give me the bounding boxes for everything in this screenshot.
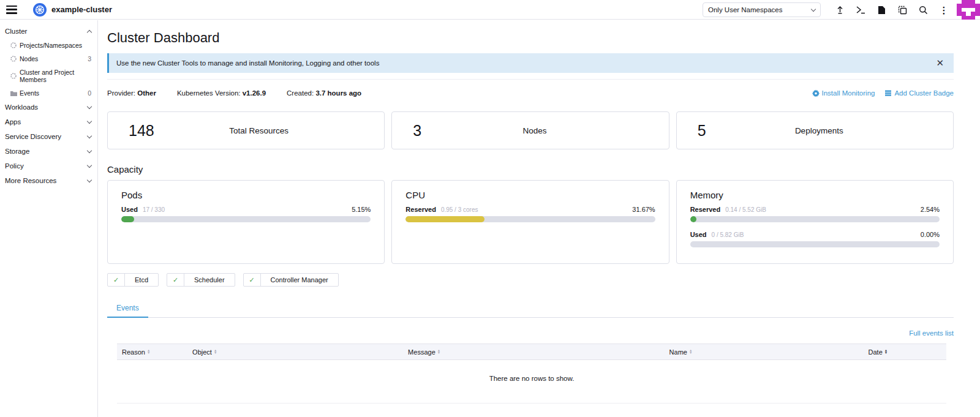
hamburger-menu-icon[interactable] bbox=[6, 6, 17, 14]
top-nav: example-cluster Only User Namespaces ⋮ bbox=[0, 0, 980, 20]
sidebar-group-label: Workloads bbox=[5, 103, 88, 111]
capacity-card-title: CPU bbox=[405, 190, 655, 200]
progress-bar bbox=[690, 216, 940, 222]
stat-label: Total Resources bbox=[154, 126, 364, 135]
members-icon bbox=[10, 72, 17, 80]
column-label: Message bbox=[408, 348, 435, 356]
cluster-name: example-cluster bbox=[51, 5, 112, 14]
search-icon[interactable] bbox=[913, 0, 933, 20]
chevron-up-icon bbox=[87, 29, 92, 34]
sidebar-item-cluster-members[interactable]: Cluster and Project Members bbox=[0, 66, 97, 86]
sidebar-item-label: Events bbox=[20, 89, 88, 97]
sidebar-item-count: 3 bbox=[88, 55, 91, 62]
sort-icon: ▲▼ bbox=[689, 350, 692, 353]
sidebar-item-projects-namespaces[interactable]: Projects/Namespaces bbox=[0, 39, 97, 52]
stat-card-total-resources: 148 Total Resources bbox=[107, 111, 385, 149]
column-header-object[interactable]: Object▲▼ bbox=[187, 348, 403, 356]
capacity-card-memory: Memory Reserved 0.14 / 5.52 GiB 2.54% Us… bbox=[676, 180, 954, 264]
close-icon[interactable]: ✕ bbox=[933, 58, 946, 69]
sort-icon: ▲▼ bbox=[437, 350, 440, 353]
download-kubeconfig-icon[interactable] bbox=[871, 0, 892, 20]
sidebar-group-service-discovery[interactable]: Service Discovery bbox=[0, 129, 97, 144]
namespace-filter-value: Only User Namespaces bbox=[708, 6, 812, 13]
full-events-list-link[interactable]: Full events list bbox=[909, 329, 954, 337]
kebab-menu-icon[interactable]: ⋮ bbox=[933, 0, 954, 20]
banner-message: Use the new Cluster Tools to manage and … bbox=[116, 59, 933, 67]
check-icon: ✓ bbox=[244, 274, 261, 286]
column-label: Date bbox=[869, 348, 883, 356]
badge-icon bbox=[884, 89, 892, 97]
sidebar-item-label: Nodes bbox=[20, 55, 88, 62]
chevron-down-icon bbox=[87, 118, 92, 123]
badge-etcd: ✓ Etcd bbox=[107, 273, 159, 287]
sidebar-item-nodes[interactable]: Nodes 3 bbox=[0, 52, 97, 66]
gauge-fraction: 0.95 / 3 cores bbox=[441, 206, 478, 213]
kubectl-shell-icon[interactable] bbox=[850, 0, 871, 20]
gauge-cpu-reserved: Reserved 0.95 / 3 cores 31.67% bbox=[405, 206, 655, 222]
gauge-percent: 5.15% bbox=[352, 206, 371, 213]
install-monitoring-link[interactable]: Install Monitoring bbox=[812, 89, 875, 97]
capacity-cards: Pods Used 17 / 330 5.15% CPU Reserved 0.… bbox=[107, 180, 954, 264]
provider-label: Provider: bbox=[107, 89, 135, 97]
sort-icon: ▲▼ bbox=[147, 350, 150, 353]
column-header-reason[interactable]: Reason▲▼ bbox=[117, 348, 187, 356]
import-yaml-icon[interactable] bbox=[829, 0, 850, 20]
badge-scheduler: ✓ Scheduler bbox=[167, 273, 235, 287]
add-cluster-badge-link[interactable]: Add Cluster Badge bbox=[884, 89, 954, 97]
sidebar-item-events[interactable]: Events 0 bbox=[0, 86, 97, 100]
capacity-card-cpu: CPU Reserved 0.95 / 3 cores 31.67% bbox=[391, 180, 669, 264]
column-header-name[interactable]: Name▲▼ bbox=[665, 348, 864, 356]
badge-label: Etcd bbox=[125, 274, 158, 286]
sidebar-group-more-resources[interactable]: More Resources bbox=[0, 173, 97, 188]
copy-kubeconfig-icon[interactable] bbox=[892, 0, 913, 20]
stat-value: 3 bbox=[413, 122, 421, 140]
stat-label: Nodes bbox=[421, 126, 647, 135]
capacity-heading: Capacity bbox=[107, 164, 954, 175]
stat-card-deployments: 5 Deployments bbox=[676, 111, 954, 149]
column-label: Reason bbox=[122, 348, 145, 356]
sidebar-group-storage[interactable]: Storage bbox=[0, 144, 97, 159]
cluster-tools-banner: Use the new Cluster Tools to manage and … bbox=[107, 53, 954, 73]
created-label: Created: bbox=[287, 89, 314, 97]
k8s-version-value: v1.26.9 bbox=[243, 89, 266, 97]
tab-events[interactable]: Events bbox=[107, 300, 148, 318]
sidebar-group-apps[interactable]: Apps bbox=[0, 115, 97, 129]
events-table: Reason▲▼ Object▲▼ Message▲▼ Name▲▼ Date▲… bbox=[117, 344, 946, 404]
sidebar-group-workloads[interactable]: Workloads bbox=[0, 100, 97, 115]
stat-value: 5 bbox=[698, 122, 706, 140]
sidebar-group-label: More Resources bbox=[5, 177, 88, 184]
add-cluster-badge-label: Add Cluster Badge bbox=[894, 89, 954, 97]
column-label: Object bbox=[192, 348, 212, 356]
k8s-version-label: Kubernetes Version: bbox=[177, 89, 241, 97]
badge-controller-manager: ✓ Controller Manager bbox=[243, 273, 339, 287]
gauge-percent: 31.67% bbox=[632, 206, 655, 213]
gauge-percent: 2.54% bbox=[921, 206, 940, 213]
namespace-filter-select[interactable]: Only User Namespaces bbox=[703, 2, 821, 17]
sidebar-group-label: Cluster bbox=[5, 28, 88, 35]
kubernetes-logo-icon bbox=[33, 3, 47, 17]
user-avatar[interactable] bbox=[957, 0, 980, 20]
column-header-message[interactable]: Message▲▼ bbox=[403, 348, 665, 356]
sidebar-group-policy[interactable]: Policy bbox=[0, 159, 97, 173]
check-icon: ✓ bbox=[167, 274, 184, 286]
gauge-label: Used bbox=[121, 206, 138, 213]
sort-icon: ▲▼ bbox=[214, 350, 217, 353]
gauge-label: Reserved bbox=[405, 206, 436, 213]
chevron-down-icon bbox=[87, 103, 92, 108]
check-icon: ✓ bbox=[108, 274, 125, 286]
chevron-down-icon bbox=[87, 162, 92, 167]
sidebar-group-cluster[interactable]: Cluster bbox=[0, 24, 97, 39]
divider bbox=[107, 79, 954, 80]
column-header-date[interactable]: Date▲▼ bbox=[864, 348, 946, 356]
stat-card-nodes: 3 Nodes bbox=[391, 111, 669, 149]
gauge-memory-used: Used 0 / 5.82 GiB 0.00% bbox=[690, 231, 940, 247]
stat-value: 148 bbox=[129, 122, 154, 140]
gauge-pods-used: Used 17 / 330 5.15% bbox=[121, 206, 371, 222]
sidebar-item-count: 0 bbox=[88, 89, 91, 97]
sort-icon: ▲▼ bbox=[884, 350, 888, 353]
gauge-label: Used bbox=[690, 231, 707, 238]
created-value: 3.7 hours ago bbox=[315, 89, 361, 97]
capacity-card-title: Pods bbox=[121, 190, 371, 200]
sidebar-item-label: Projects/Namespaces bbox=[20, 42, 91, 49]
chevron-down-icon bbox=[811, 6, 816, 11]
